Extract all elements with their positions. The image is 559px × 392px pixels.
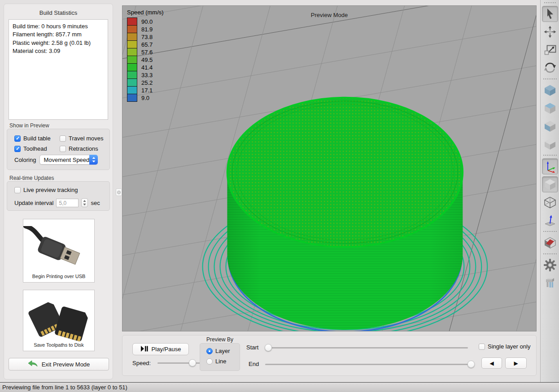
travel-moves-checkbox[interactable] bbox=[60, 135, 66, 142]
legend-value: 81.9 bbox=[141, 26, 153, 33]
show-option-row: Retractions bbox=[60, 145, 104, 152]
preview-by-option: Layer bbox=[206, 348, 230, 354]
legend-swatch bbox=[127, 86, 137, 94]
rotate-button[interactable] bbox=[542, 60, 558, 76]
exit-preview-mode-button[interactable]: Exit Preview Mode bbox=[9, 358, 109, 370]
start-slider[interactable] bbox=[265, 347, 468, 348]
speed-slider-label: Speed: bbox=[132, 360, 151, 366]
cross-section-icon bbox=[543, 236, 557, 249]
realtime-updates-group: Live preview tracking Update interval 5,… bbox=[7, 181, 110, 211]
legend-row: 57.6 bbox=[127, 48, 164, 56]
save-toolpaths-button[interactable]: Save Toolpaths to Disk bbox=[23, 290, 95, 351]
speed-slider-thumb[interactable] bbox=[189, 359, 196, 366]
select-cursor-button[interactable] bbox=[542, 6, 558, 22]
update-interval-stepper[interactable] bbox=[81, 198, 88, 207]
legend-value: 41.4 bbox=[141, 64, 153, 71]
view-cube-iso-icon bbox=[543, 137, 557, 151]
view-cube-top-button[interactable] bbox=[542, 100, 558, 116]
play-pause-icon bbox=[140, 346, 148, 353]
toolhead-checkbox[interactable] bbox=[14, 146, 21, 152]
checkbox-label: Retractions bbox=[69, 145, 98, 152]
update-interval-field[interactable]: 5,0 bbox=[56, 199, 79, 207]
solid-view-button[interactable] bbox=[542, 176, 558, 192]
scale-icon bbox=[543, 43, 557, 57]
end-slider-thumb[interactable] bbox=[467, 361, 475, 368]
legend-value: 90.0 bbox=[141, 18, 153, 25]
model-top bbox=[227, 97, 463, 247]
radio-label: Line bbox=[215, 358, 227, 365]
retractions-checkbox[interactable] bbox=[60, 146, 66, 152]
legend-row: 65.7 bbox=[127, 41, 164, 48]
next-layer-button[interactable]: ▶ bbox=[505, 357, 527, 369]
previous-layer-button[interactable]: ◀ bbox=[481, 357, 502, 369]
legend-value: 25.2 bbox=[141, 79, 153, 86]
legend-swatch bbox=[127, 56, 137, 64]
legend-row: 73.8 bbox=[127, 33, 164, 41]
preview-by-radio-layer[interactable] bbox=[206, 348, 213, 354]
surface-normals-icon bbox=[543, 213, 557, 227]
coordinate-axes-icon bbox=[543, 160, 557, 173]
live-preview-tracking-checkbox[interactable] bbox=[14, 187, 21, 193]
wireframe-view-icon bbox=[543, 196, 557, 209]
checkbox-label: Build table bbox=[23, 135, 51, 142]
supports-button[interactable] bbox=[542, 275, 558, 291]
legend-swatch bbox=[127, 94, 137, 102]
toolbar-drag-handle[interactable] bbox=[544, 2, 556, 4]
supports-icon bbox=[543, 276, 557, 290]
preview-controls-bar: Play/Pause Speed: Preview By LayerLine S… bbox=[122, 335, 537, 376]
toolbar-separator bbox=[543, 155, 557, 156]
scale-button[interactable] bbox=[542, 42, 558, 58]
panel-splitter-handle[interactable] bbox=[116, 188, 122, 196]
radio-label: Layer bbox=[215, 348, 230, 354]
status-bar: Previewing file from line 1 to 5633 (lay… bbox=[0, 382, 559, 392]
view-cube-front-button[interactable] bbox=[542, 118, 558, 134]
preview-by-radio-line[interactable] bbox=[206, 358, 213, 365]
legend-swatch bbox=[127, 17, 137, 26]
settings-gear-button[interactable] bbox=[542, 257, 558, 273]
coloring-select-value: Movement Speed bbox=[40, 157, 89, 163]
preview-mode-title: Preview Mode bbox=[311, 12, 348, 18]
surface-normals-button[interactable] bbox=[542, 212, 558, 228]
start-slider-thumb[interactable] bbox=[265, 344, 272, 351]
usb-button-caption: Begin Printing over USB bbox=[23, 274, 94, 279]
end-slider[interactable] bbox=[265, 364, 474, 365]
view-cube-iso-button[interactable] bbox=[542, 136, 558, 152]
show-in-preview-group: Build tableTravel movesToolheadRetractio… bbox=[7, 129, 110, 170]
wireframe-view-button[interactable] bbox=[542, 194, 558, 210]
select-chevrons-icon bbox=[89, 155, 98, 165]
single-layer-only-checkbox[interactable] bbox=[479, 344, 485, 350]
toolbar-separator bbox=[543, 253, 557, 254]
view-cube-default-icon bbox=[543, 83, 557, 97]
realtime-updates-label: Real-time Updates bbox=[9, 175, 54, 181]
show-in-preview-checkboxes: Build tableTravel movesToolheadRetractio… bbox=[14, 135, 104, 152]
move-button[interactable] bbox=[542, 24, 558, 40]
build-statistics-title: Build Statistics bbox=[4, 9, 113, 16]
preview-by-option: Line bbox=[206, 358, 230, 365]
legend-swatch bbox=[127, 40, 137, 48]
legend-row: 25.2 bbox=[127, 79, 164, 87]
legend-swatch bbox=[127, 71, 137, 79]
coloring-select[interactable]: Movement Speed bbox=[39, 155, 98, 165]
play-pause-button[interactable]: Play/Pause bbox=[132, 343, 189, 355]
rotate-icon bbox=[543, 61, 557, 74]
build-statistics-box: Build time: 0 hours 9 minutesFilament le… bbox=[9, 19, 108, 120]
cross-section-button[interactable] bbox=[542, 235, 558, 251]
exit-arrow-icon bbox=[28, 360, 38, 368]
coloring-label: Coloring bbox=[14, 157, 36, 163]
legend-value: 65.7 bbox=[141, 41, 153, 48]
view-cube-default-button[interactable] bbox=[542, 82, 558, 98]
preview-by-label: Preview By bbox=[200, 336, 240, 343]
speed-slider[interactable] bbox=[157, 362, 206, 364]
coordinate-axes-button[interactable] bbox=[542, 158, 558, 174]
preview-3d-viewport[interactable]: Speed (mm/s) 90.081.973.865.757.649.541.… bbox=[122, 5, 537, 331]
preview-by-group: LayerLine bbox=[200, 343, 240, 371]
single-layer-only-label: Single layer only bbox=[488, 343, 530, 350]
legend-row: 49.5 bbox=[127, 56, 164, 64]
legend-row: 81.9 bbox=[127, 26, 164, 33]
legend-row: 33.3 bbox=[127, 71, 164, 79]
checkbox-label: Travel moves bbox=[69, 135, 104, 142]
live-preview-tracking-label: Live preview tracking bbox=[23, 187, 78, 193]
build-table-checkbox[interactable] bbox=[14, 135, 21, 142]
show-option-row: Toolhead bbox=[14, 145, 58, 152]
begin-printing-usb-button[interactable]: Begin Printing over USB bbox=[23, 219, 95, 283]
